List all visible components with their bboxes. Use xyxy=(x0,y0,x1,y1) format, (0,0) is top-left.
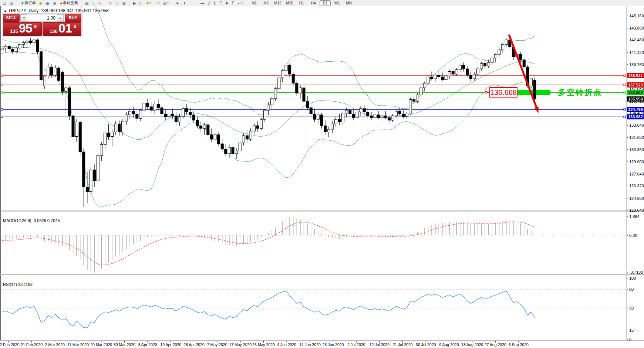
pane-separator-main-macd[interactable] xyxy=(0,211,644,211)
toolbar-separator xyxy=(81,1,82,6)
zoom-out-button[interactable]: ⊖ xyxy=(114,0,120,6)
one-click-trading-panel: SELL ▼ ▲ BUY 135 95 8 136 01 3 xyxy=(2,13,82,37)
turning-point-text[interactable]: 多空转折点 xyxy=(558,88,602,97)
timeframe-mn-button[interactable]: MN xyxy=(343,0,354,6)
svg-text:145.160: 145.160 xyxy=(629,14,644,18)
svg-text:133.982: 133.982 xyxy=(628,115,643,119)
toolbar-separator xyxy=(172,1,173,6)
profiles-button[interactable]: ▥ xyxy=(8,0,14,6)
svg-text:0: 0 xyxy=(629,337,631,342)
horizontal-line-tool-button[interactable]: — xyxy=(199,0,206,6)
svg-text:6 Sep 2020: 6 Sep 2020 xyxy=(509,342,529,347)
timeframe-h4-button[interactable]: H4 xyxy=(308,0,319,6)
text-tool-icon: A xyxy=(225,0,228,6)
buy-button[interactable]: BUY xyxy=(65,14,81,22)
buy-price-main: 01 xyxy=(58,22,72,35)
sell-price-prefix: 135 xyxy=(10,28,18,34)
timeframe-w1-button[interactable]: W1 xyxy=(331,0,343,6)
toolbar-separator xyxy=(246,1,247,6)
tile-windows-icon: ▦ xyxy=(122,0,125,6)
svg-text:123.640: 123.640 xyxy=(629,208,644,212)
timeframe-h1-button[interactable]: H1 xyxy=(296,0,307,6)
svg-text:126.320: 126.320 xyxy=(629,184,644,188)
volume-input[interactable] xyxy=(27,14,57,21)
horizontal-line-tool-icon: — xyxy=(200,0,204,6)
svg-text:30 Jul 2020: 30 Jul 2020 xyxy=(416,342,436,347)
sell-price-tile[interactable]: 135 95 8 xyxy=(3,22,42,36)
svg-text:27 Aug 2020: 27 Aug 2020 xyxy=(485,342,506,347)
svg-text:23 Jun 2020: 23 Jun 2020 xyxy=(323,342,344,347)
arrows-tool-dropdown-icon[interactable]: ▾ xyxy=(242,1,243,4)
timeframe-m5-button[interactable]: M5 xyxy=(260,0,272,6)
toolbar: ▤▥✚新订单◆▣◉●自动交易▥▯∿⊕⊖▦▶▷✚▾◔▾▨▾➤✛｜—╱∥FAT➳▾M… xyxy=(0,0,644,6)
new-order-label: 新订单 xyxy=(24,0,36,6)
svg-text:143.800: 143.800 xyxy=(629,26,644,30)
bar-chart-mode-icon: ▥ xyxy=(85,0,88,6)
arrows-tool-button[interactable]: ➳▾ xyxy=(236,0,244,6)
pane-separator-rsi-axis[interactable] xyxy=(0,340,644,341)
templates-dropdown-icon[interactable]: ▾ xyxy=(167,1,169,4)
trendline-tool-button[interactable]: ╱ xyxy=(206,0,212,6)
toolbar-separator xyxy=(17,1,17,6)
svg-text:136.668: 136.668 xyxy=(628,91,643,95)
crosshair-tool-button[interactable]: ✛ xyxy=(181,0,187,6)
text-tool-button[interactable]: A xyxy=(224,0,229,6)
vertical-line-tool-button[interactable]: ｜ xyxy=(192,0,198,6)
svg-text:139.760: 139.760 xyxy=(629,62,644,67)
timeframe-m15-button[interactable]: M15 xyxy=(272,0,283,6)
channel-tool-button[interactable]: ∥ xyxy=(212,0,217,6)
sell-price-pip: 8 xyxy=(34,24,37,29)
volume-decrease-button[interactable]: ▼ xyxy=(21,14,27,21)
new-chart-button[interactable]: ▤ xyxy=(1,0,7,6)
indicators-add-button[interactable]: ✚▾ xyxy=(145,0,153,6)
auto-scroll-button[interactable]: ▶ xyxy=(132,0,138,6)
label-tool-button[interactable]: T xyxy=(230,0,235,6)
strategy-tester-button[interactable]: ◉ xyxy=(51,0,58,6)
tile-windows-button[interactable]: ▦ xyxy=(121,0,127,6)
toolbar-separator xyxy=(105,1,105,6)
zoom-in-button[interactable]: ⊕ xyxy=(107,0,113,6)
crosshair-tool-icon: ✛ xyxy=(183,0,186,6)
templates-button[interactable]: ▨▾ xyxy=(162,0,170,6)
price-chart-svg: 136.668多空转折点145.160143.800142.480141.120… xyxy=(0,0,644,348)
chart-shift-button[interactable]: ▷ xyxy=(138,0,144,6)
new-chart-icon: ▤ xyxy=(3,0,6,6)
svg-text:21 Feb 2020: 21 Feb 2020 xyxy=(21,342,43,347)
timeframe-m30-button[interactable]: M30 xyxy=(284,0,295,6)
autotrading-button[interactable]: ●自动交易 xyxy=(58,0,79,6)
volume-increase-button[interactable]: ▲ xyxy=(57,14,64,21)
mt4-window: ▤▥✚新订单◆▣◉●自动交易▥▯∿⊕⊖▦▶▷✚▾◔▾▨▾➤✛｜—╱∥FAT➳▾M… xyxy=(0,0,644,348)
svg-text:2 Jul 2020: 2 Jul 2020 xyxy=(347,342,365,347)
svg-text:80: 80 xyxy=(629,287,634,291)
strategy-tester-icon: ◉ xyxy=(53,0,56,6)
terminal-button[interactable]: ▣ xyxy=(44,0,51,6)
zoom-out-icon: ⊖ xyxy=(115,0,118,6)
periods-clock-button[interactable]: ◔▾ xyxy=(154,0,161,6)
price-callout[interactable]: 136.668 xyxy=(485,88,517,97)
indicators-add-dropdown-icon[interactable]: ▾ xyxy=(150,1,152,4)
svg-text:30 Mar 2020: 30 Mar 2020 xyxy=(114,342,135,347)
line-chart-mode-button[interactable]: ∿ xyxy=(97,0,102,6)
new-order-button[interactable]: ✚新订单 xyxy=(19,0,37,6)
vertical-line-tool-icon: ｜ xyxy=(193,0,197,6)
svg-text:50: 50 xyxy=(629,306,634,310)
timeframe-d1-button[interactable]: D1 xyxy=(320,0,331,6)
collapse-triangle-icon[interactable]: ▲ xyxy=(4,9,7,13)
svg-text:14 Jun 2020: 14 Jun 2020 xyxy=(299,342,321,347)
bar-chart-mode-button[interactable]: ▥ xyxy=(84,0,90,6)
sell-button[interactable]: SELL xyxy=(3,14,20,22)
zoom-in-icon: ⊕ xyxy=(109,0,112,6)
candle-chart-mode-button[interactable]: ▯ xyxy=(91,0,96,6)
svg-text:131.680: 131.680 xyxy=(629,135,644,140)
symbol-period-label: GBPJPY-,Daily xyxy=(9,8,38,13)
fibonacci-tool-button[interactable]: F xyxy=(218,0,223,6)
svg-text:20 Mar 2020: 20 Mar 2020 xyxy=(90,342,112,347)
pane-separator-macd-rsi[interactable] xyxy=(0,274,644,275)
timeframe-m1-button[interactable]: M1 xyxy=(249,0,260,6)
fibonacci-tool-icon: F xyxy=(219,0,222,6)
buy-price-tile[interactable]: 136 01 3 xyxy=(43,22,81,36)
cursor-tool-button[interactable]: ➤ xyxy=(175,0,181,6)
periods-clock-dropdown-icon[interactable]: ▾ xyxy=(158,1,159,4)
macd-indicator-label: MACD(12,26,9) -0.0626 0.7045 xyxy=(3,218,60,223)
market-watch-button[interactable]: ◆ xyxy=(38,0,44,6)
